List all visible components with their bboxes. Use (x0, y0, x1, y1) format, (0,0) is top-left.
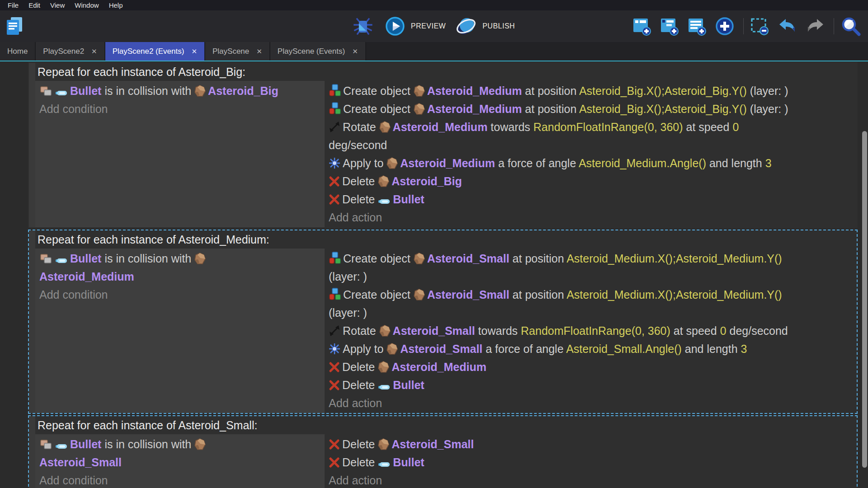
add-comment-button[interactable] (686, 16, 710, 37)
repeat-for-each-header[interactable]: Repeat for each instance of Asteroid_Sma… (35, 416, 857, 434)
event-body: Bullet is in collision with Asteroid_Sma… (35, 434, 857, 488)
instruction-text: at speed (670, 324, 720, 337)
object-name: Bullet (393, 379, 424, 391)
add-subevent-button[interactable] (659, 16, 683, 37)
object-name: Asteroid_Medium (400, 157, 495, 169)
expression-text: Asteroid_Big.X();Asteroid_Big.Y() (579, 84, 747, 97)
expression-text: 0 (720, 324, 726, 337)
menu-file[interactable]: File (3, 0, 24, 10)
event-drag-handle[interactable] (29, 63, 35, 227)
instruction-text: Create object (343, 252, 414, 265)
action-row[interactable]: Create object Asteroid_Small at position… (329, 286, 855, 322)
event-block-2[interactable]: Repeat for each instance of Asteroid_Med… (28, 230, 858, 414)
delete-icon (329, 439, 340, 450)
object-name: Asteroid_Small (392, 438, 474, 450)
publish-globe-icon (456, 16, 476, 36)
actions-column: Delete Asteroid_SmallDelete BulletAdd ac… (325, 434, 857, 488)
instruction-text: is in collision with (101, 84, 194, 97)
publish-button[interactable]: PUBLISH (455, 15, 516, 37)
event-content: Repeat for each instance of Asteroid_Sma… (35, 416, 857, 488)
action-row[interactable]: Apply to Asteroid_Small a force of angle… (329, 340, 855, 358)
tab-home[interactable]: Home (0, 42, 36, 61)
event-block-1[interactable]: Repeat for each instance of Asteroid_Big… (28, 62, 858, 228)
tab-close-icon[interactable]: ✕ (352, 48, 358, 55)
tab-close-icon[interactable]: ✕ (91, 48, 97, 55)
expression-text: 3 (741, 343, 747, 355)
action-row[interactable]: Delete Bullet (329, 376, 855, 394)
action-row[interactable]: Create object Asteroid_Small at position… (329, 249, 855, 286)
action-row[interactable]: Create object Asteroid_Medium at positio… (329, 100, 855, 118)
action-row[interactable]: Rotate Asteroid_Medium towards RandomFlo… (329, 118, 855, 154)
repeat-for-each-header[interactable]: Repeat for each instance of Asteroid_Med… (35, 230, 857, 249)
instruction-text: Create object (343, 103, 414, 115)
object-name: Asteroid_Medium (392, 361, 486, 373)
add-condition-button[interactable]: Add condition (39, 100, 320, 118)
tab-playscene2[interactable]: PlayScene2✕ (36, 42, 105, 61)
event-block-3[interactable]: Repeat for each instance of Asteroid_Sma… (28, 415, 858, 488)
action-row[interactable]: Delete Asteroid_Small (329, 435, 855, 453)
vertical-scrollbar-thumb[interactable] (862, 131, 867, 468)
action-row[interactable]: Delete Bullet (329, 190, 855, 208)
project-manager-button[interactable] (5, 15, 27, 37)
tab-close-icon[interactable]: ✕ (191, 48, 197, 55)
expression-text: Asteroid_Small.Angle() (566, 343, 682, 355)
bullet-icon (378, 461, 391, 468)
instruction-text: Delete (342, 175, 378, 188)
object-name: Asteroid_Big (392, 175, 462, 188)
tab-playscene2-events[interactable]: PlayScene2 (Events)✕ (105, 42, 205, 61)
debug-button[interactable] (352, 16, 376, 36)
add-circle-button[interactable] (714, 15, 738, 37)
preview-play-icon (385, 16, 405, 36)
object-name: Asteroid_Small (393, 324, 475, 337)
event-drag-handle[interactable] (29, 416, 35, 488)
add-condition-button[interactable]: Add condition (39, 471, 320, 488)
add-action-button[interactable]: Add action (329, 394, 855, 412)
action-row[interactable]: Apply to Asteroid_Medium a force of angl… (329, 154, 855, 172)
redo-button[interactable] (804, 16, 828, 36)
redo-icon (805, 17, 825, 35)
remove-selection-button[interactable] (749, 16, 773, 37)
tab-playscene-events[interactable]: PlayScene (Events)✕ (270, 42, 366, 61)
instruction-text: (layer: ) (329, 306, 367, 319)
object-name: Asteroid_Medium (39, 270, 134, 283)
toolbar-center-group: PREVIEW PUBLISH (350, 15, 518, 37)
toolbar-separator (834, 18, 834, 34)
instruction-text: (layer: ) (747, 103, 788, 115)
condition-row[interactable]: Bullet is in collision with Asteroid_Big (39, 82, 320, 100)
instruction-text: and length (706, 157, 765, 169)
repeat-for-each-header[interactable]: Repeat for each instance of Asteroid_Big… (35, 63, 857, 81)
action-row[interactable]: Create object Asteroid_Medium at positio… (329, 82, 855, 100)
add-condition-button[interactable]: Add condition (39, 286, 320, 304)
undo-button[interactable] (777, 16, 801, 36)
asteroid-icon (378, 175, 389, 187)
conditions-column: Bullet is in collision with Asteroid_Sma… (35, 434, 325, 488)
expression-text: Asteroid_Medium.Angle() (579, 157, 706, 169)
search-button[interactable] (840, 15, 864, 38)
instruction-text: at position (522, 103, 579, 115)
add-action-button[interactable]: Add action (329, 471, 855, 488)
instruction-text: at position (509, 288, 566, 301)
condition-row[interactable]: Bullet is in collision with Asteroid_Med… (39, 249, 320, 286)
menu-view[interactable]: View (45, 0, 70, 10)
add-action-button[interactable]: Add action (329, 208, 855, 226)
action-row[interactable]: Rotate Asteroid_Small towards RandomFloa… (329, 322, 855, 340)
event-drag-handle[interactable] (29, 230, 35, 413)
instruction-text: Delete (342, 438, 378, 450)
instruction-text: Apply to (343, 157, 387, 169)
menu-edit[interactable]: Edit (24, 0, 45, 10)
create-object-icon (329, 84, 341, 97)
tab-label: Home (7, 47, 28, 56)
menu-help[interactable]: Help (104, 0, 128, 10)
action-row[interactable]: Delete Asteroid_Big (329, 172, 855, 190)
instruction-text: towards (475, 324, 521, 337)
action-row[interactable]: Delete Bullet (329, 453, 855, 471)
condition-row[interactable]: Bullet is in collision with Asteroid_Sma… (39, 435, 320, 471)
instruction-text: Delete (342, 379, 378, 391)
preview-button[interactable]: PREVIEW (384, 15, 447, 37)
expression-text: RandomFloatInRange(0, 360) (533, 121, 683, 133)
menu-window[interactable]: Window (70, 0, 104, 10)
tab-playscene[interactable]: PlayScene✕ (205, 42, 270, 61)
tab-close-icon[interactable]: ✕ (256, 48, 262, 55)
action-row[interactable]: Delete Asteroid_Medium (329, 358, 855, 376)
add-event-button[interactable] (631, 16, 655, 37)
